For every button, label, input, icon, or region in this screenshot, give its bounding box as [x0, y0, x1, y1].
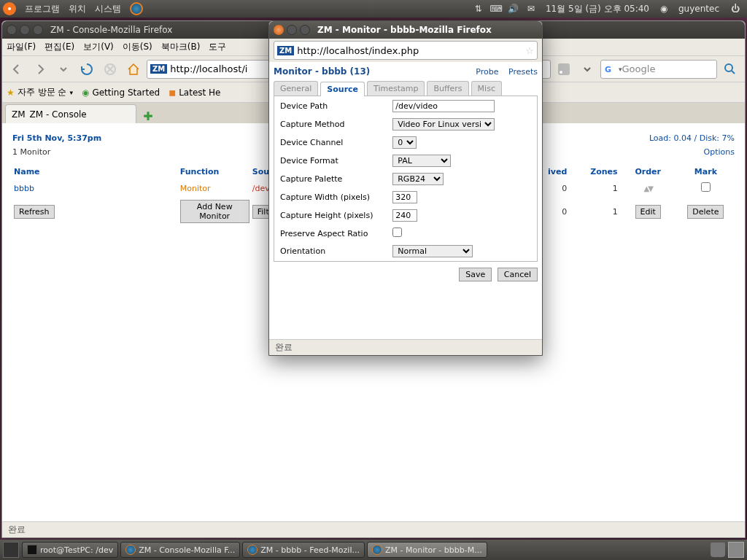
- zm-favicon-icon: ZM: [12, 109, 26, 120]
- probe-link[interactable]: Probe: [476, 67, 498, 77]
- capture-width-input[interactable]: [392, 191, 417, 203]
- popup-status-text: 완료: [275, 341, 293, 354]
- minimize-icon[interactable]: [287, 25, 297, 35]
- cell-zones[interactable]: 1: [568, 179, 619, 197]
- label-device-channel: Device Channel: [276, 134, 387, 151]
- home-button[interactable]: [123, 59, 144, 79]
- edit-button[interactable]: Edit: [635, 205, 661, 219]
- menu-applications[interactable]: 프로그램: [25, 3, 60, 15]
- cell-order[interactable]: ▲▼: [619, 179, 677, 197]
- menu-tools[interactable]: 도구: [209, 41, 226, 53]
- label-orientation: Orientation: [276, 243, 387, 260]
- reload-button[interactable]: [77, 59, 97, 79]
- tab-source[interactable]: Source: [320, 82, 365, 96]
- menu-system[interactable]: 시스템: [95, 3, 121, 15]
- capture-palette-select[interactable]: RGB24: [392, 173, 444, 185]
- user-switcher-icon[interactable]: [728, 542, 744, 558]
- back-button[interactable]: [7, 59, 27, 79]
- maximize-icon[interactable]: [33, 25, 43, 35]
- firefox-launcher-icon[interactable]: [130, 2, 143, 15]
- capture-method-select[interactable]: Video For Linux version 2: [392, 118, 495, 131]
- cell-name[interactable]: bbbb: [12, 179, 179, 197]
- maximize-icon[interactable]: [300, 25, 310, 35]
- device-format-select[interactable]: PAL: [392, 155, 451, 167]
- col-mark: Mark: [677, 164, 735, 179]
- menu-bookmarks[interactable]: 북마크(B): [161, 41, 201, 53]
- clock[interactable]: 11월 5일 (금) 오후 05:40: [546, 3, 649, 15]
- save-button[interactable]: Save: [459, 268, 492, 281]
- show-desktop-button[interactable]: [3, 542, 19, 558]
- task-zm-console[interactable]: ZM - Console-Mozilla F...: [120, 542, 240, 558]
- svg-point-6: [725, 64, 732, 71]
- tab-misc[interactable]: Misc: [471, 81, 502, 96]
- minimize-icon[interactable]: [20, 25, 30, 35]
- google-icon: G: [604, 63, 616, 75]
- label-preserve-ar: Preserve Aspect Ratio: [276, 225, 387, 241]
- menu-edit[interactable]: 편집(E): [44, 41, 74, 53]
- feed-icon[interactable]: [554, 59, 574, 79]
- bottom-panel: root@TestPC: /dev ZM - Console-Mozilla F…: [0, 540, 747, 560]
- preserve-ar-checkbox[interactable]: [392, 228, 402, 237]
- options-link[interactable]: Options: [704, 147, 735, 157]
- firefox-icon: [125, 545, 136, 555]
- tab-buffers[interactable]: Buffers: [427, 81, 468, 96]
- bookmark-frequent[interactable]: ★자주 방문 순▾: [7, 86, 73, 98]
- trash-icon[interactable]: [711, 542, 725, 557]
- rss-icon: ◼: [169, 88, 176, 98]
- power-icon[interactable]: ⏻: [729, 3, 741, 15]
- main-url-text: http://localhost/i: [170, 63, 247, 74]
- tab-zm-console[interactable]: ZM ZM - Console: [5, 104, 136, 123]
- presets-link[interactable]: Presets: [508, 67, 538, 77]
- menu-go[interactable]: 이동(S): [123, 41, 152, 53]
- terminal-icon: [27, 545, 37, 555]
- keyboard-icon[interactable]: ⌨: [490, 3, 502, 15]
- cell-function[interactable]: Monitor: [179, 179, 251, 197]
- device-path-input[interactable]: [392, 100, 495, 112]
- search-placeholder: Google: [622, 63, 656, 74]
- sort-arrows-icon: ▲▼: [644, 184, 652, 192]
- new-tab-button[interactable]: ✚: [139, 109, 157, 123]
- zm-favicon-icon: ZM: [150, 64, 167, 74]
- menu-file[interactable]: 파일(F): [7, 41, 36, 53]
- label-capture-width: Capture Width (pixels): [276, 189, 387, 206]
- tab-general[interactable]: General: [274, 81, 318, 96]
- popup-url-row: ZM http://localhost/index.php ☆: [269, 39, 542, 62]
- user-label[interactable]: guyentec: [678, 4, 719, 14]
- network-icon[interactable]: ⇅: [473, 3, 484, 15]
- top-panel: 프로그램 위치 시스템 ⇅ ⌨ 🔊 ✉ 11월 5일 (금) 오후 05:40 …: [0, 0, 747, 18]
- popup-content: Monitor - bbbb (13) Probe Presets Genera…: [269, 62, 542, 339]
- bookmark-getting-started[interactable]: ◉Getting Started: [82, 88, 160, 98]
- bookmark-latest-headlines[interactable]: ◼Latest He: [169, 88, 220, 98]
- task-terminal[interactable]: root@TestPC: /dev: [22, 542, 118, 558]
- close-icon[interactable]: [274, 25, 284, 35]
- popup-urlbar[interactable]: ZM http://localhost/index.php ☆: [274, 41, 538, 60]
- search-go-button[interactable]: [720, 59, 740, 79]
- dot-icon: ◉: [82, 88, 89, 98]
- task-zm-feed[interactable]: ZM - bbbb - Feed-Mozil...: [242, 542, 365, 558]
- url-dropdown-icon[interactable]: [577, 59, 597, 79]
- menu-places[interactable]: 위치: [69, 3, 86, 15]
- task-zm-monitor[interactable]: ZM - Monitor - bbbb-M...: [367, 542, 487, 558]
- mail-icon[interactable]: ✉: [525, 3, 537, 15]
- firefox-icon: [247, 545, 258, 555]
- bookmark-star-icon[interactable]: ☆: [525, 45, 534, 56]
- device-channel-select[interactable]: 0: [392, 136, 417, 149]
- add-monitor-button[interactable]: Add New Monitor: [180, 200, 249, 223]
- dropdown-history-icon[interactable]: [53, 59, 74, 79]
- cancel-button[interactable]: Cancel: [498, 268, 538, 281]
- close-icon[interactable]: [7, 25, 17, 35]
- forward-button[interactable]: [30, 59, 50, 79]
- volume-icon[interactable]: 🔊: [508, 3, 519, 15]
- search-input[interactable]: G ▾ Google: [600, 60, 717, 79]
- menu-view[interactable]: 보기(V): [83, 41, 114, 53]
- capture-height-input[interactable]: [392, 209, 417, 222]
- delete-button[interactable]: Delete: [687, 205, 724, 219]
- tab-timestamp[interactable]: Timestamp: [367, 81, 425, 96]
- refresh-button[interactable]: Refresh: [14, 205, 55, 219]
- orientation-select[interactable]: Normal: [392, 245, 473, 257]
- monitor-title: Monitor - bbbb (13): [274, 66, 370, 77]
- popup-titlebar[interactable]: ZM - Monitor - bbbb-Mozilla Firefox: [269, 21, 542, 39]
- stop-button[interactable]: [100, 59, 120, 79]
- mark-checkbox[interactable]: [701, 182, 711, 192]
- ubuntu-logo-icon[interactable]: [3, 2, 16, 15]
